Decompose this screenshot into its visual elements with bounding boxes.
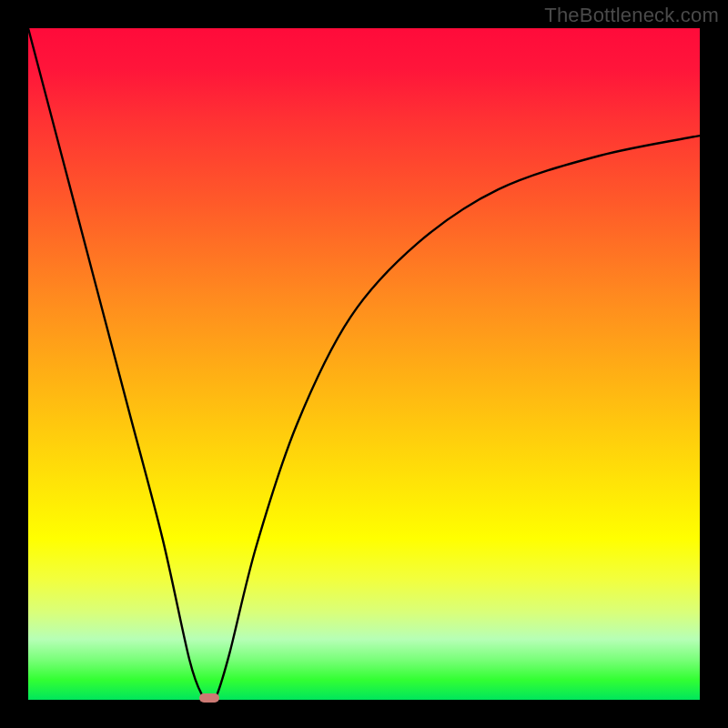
bottleneck-curve-path (28, 28, 700, 701)
plot-area (28, 28, 700, 700)
watermark-text: TheBottleneck.com (544, 4, 719, 27)
chart-frame: TheBottleneck.com (0, 0, 728, 728)
minimum-marker (199, 693, 219, 703)
curve-svg (28, 28, 700, 700)
